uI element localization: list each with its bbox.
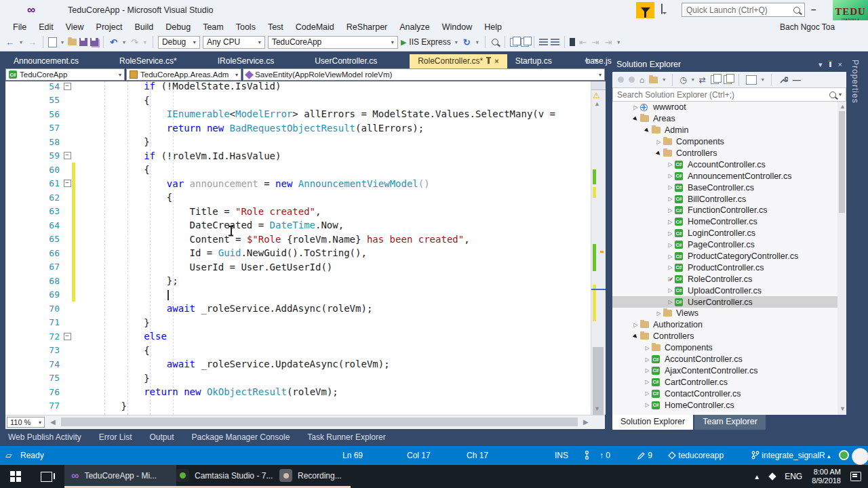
tree-item-homecontrollercs[interactable]: ▷C#HomeController.cs bbox=[612, 216, 846, 228]
decrease-indent-icon[interactable] bbox=[539, 39, 548, 46]
solution-platform-select[interactable]: Any CPU▾ bbox=[203, 36, 265, 49]
taskbar-app-recorder[interactable]: Recording... bbox=[273, 465, 351, 488]
menu-window[interactable]: Window bbox=[436, 21, 478, 33]
save-icon[interactable] bbox=[79, 38, 87, 46]
undo-dropdown[interactable]: ▾ bbox=[121, 39, 127, 45]
editor-zoom-select[interactable]: 110 %▾ bbox=[7, 417, 45, 428]
menu-edit[interactable]: Edit bbox=[33, 21, 60, 33]
navigate-forward-icon[interactable]: → bbox=[26, 37, 38, 47]
branch-indicator[interactable]: integrate_signalR ▴ bbox=[751, 451, 831, 460]
code-line-70[interactable]: 70 await _roleService.AddAsync(roleVm); bbox=[5, 302, 605, 316]
fold-collapse-icon[interactable]: – bbox=[62, 152, 72, 159]
doc-tab-iroleservicecs[interactable]: IRoleService.cs bbox=[210, 54, 282, 68]
tree-item-pagecontrollercs[interactable]: ▷C#PageController.cs bbox=[612, 239, 846, 251]
code-line-75[interactable]: 75 } bbox=[5, 371, 605, 386]
code-line-66[interactable]: 66 Id = Guid.NewGuid().ToString(), bbox=[5, 246, 605, 260]
tree-item-cartcontrollercs[interactable]: ▷C#CartController.cs bbox=[612, 376, 846, 388]
type-dropdown[interactable]: TeduCoreApp.Areas.Admin.Controllers.Role… bbox=[126, 68, 241, 81]
tree-item-functioncontrollercs[interactable]: ▷C#FunctionController.cs bbox=[612, 205, 846, 216]
taskbar-app-visual-studio[interactable]: ∞TeduCoreApp - Mi... bbox=[64, 465, 176, 488]
menu-view[interactable]: View bbox=[60, 21, 90, 33]
undo-icon[interactable]: ↶ bbox=[108, 37, 119, 47]
tree-vertical-scrollbar[interactable]: ▲ ▼ bbox=[837, 102, 846, 415]
taskbar-app-camtasia[interactable]: Camtasia Studio - 7... bbox=[170, 465, 285, 488]
tree-item-authorization[interactable]: ▷Authorization bbox=[612, 319, 846, 331]
tree-item-wwwroot[interactable]: ▷wwwroot bbox=[612, 102, 846, 113]
feedback-icon[interactable] bbox=[661, 4, 673, 15]
menu-debug[interactable]: Debug bbox=[159, 21, 197, 33]
expand-arrow-icon[interactable]: ▷ bbox=[666, 287, 675, 293]
tree-item-announcementcontrollercs[interactable]: ▷C#AnnouncementController.cs bbox=[612, 170, 846, 182]
clear-bookmarks-icon[interactable]: ⇥ bbox=[603, 37, 613, 47]
tree-item-basecontrollercs[interactable]: ▷C#BaseController.cs bbox=[612, 182, 846, 193]
open-containing-folder-icon[interactable] bbox=[510, 38, 518, 47]
menu-codemaid[interactable]: CodeMaid bbox=[290, 21, 340, 33]
code-line-60[interactable]: 60 { bbox=[5, 163, 605, 177]
code-line-62[interactable]: 62 { bbox=[5, 190, 605, 205]
startup-project-select[interactable]: TeduCoreApp▾ bbox=[268, 36, 398, 49]
menu-project[interactable]: Project bbox=[90, 21, 129, 33]
dropbox-icon[interactable] bbox=[768, 472, 776, 480]
splitter-handle[interactable] bbox=[591, 81, 606, 90]
fold-collapse-icon[interactable]: – bbox=[62, 333, 72, 340]
tree-item-uploadcontrollercs[interactable]: ▷C#UploadController.cs bbox=[612, 285, 846, 296]
redo-dropdown[interactable]: ▾ bbox=[142, 39, 148, 45]
code-line-77[interactable]: 77 } bbox=[5, 399, 605, 413]
expand-arrow-icon[interactable]: ▷ bbox=[666, 161, 675, 167]
navigate-back-dropdown[interactable]: ▾ bbox=[18, 39, 24, 45]
properties-wrench-icon[interactable] bbox=[778, 75, 788, 85]
scroll-up-icon[interactable]: ▲ bbox=[840, 103, 846, 110]
scroll-down-icon[interactable]: ▼ bbox=[594, 405, 600, 412]
expand-arrow-icon[interactable]: ▷ bbox=[643, 390, 652, 396]
tree-item-productcontrollercs[interactable]: ▷C#ProductController.cs bbox=[612, 262, 846, 273]
code-line-56[interactable]: 56 IEnumerable<ModelError> allErrors = M… bbox=[5, 107, 605, 121]
code-line-63[interactable]: 63 Title = "Role created", bbox=[5, 205, 605, 219]
code-line-72[interactable]: 72– else bbox=[5, 329, 605, 344]
tab-overflow-icons[interactable]: « ▾ bbox=[585, 56, 599, 65]
forward-icon[interactable] bbox=[629, 77, 635, 83]
expand-arrow-icon[interactable]: ▷ bbox=[666, 242, 675, 248]
expand-arrow-icon[interactable]: ▷ bbox=[666, 207, 675, 214]
code-line-54[interactable]: 54– if (!ModelState.IsValid) bbox=[5, 81, 605, 94]
fold-collapse-icon[interactable]: – bbox=[62, 83, 72, 90]
menu-analyze[interactable]: Analyze bbox=[393, 21, 435, 33]
tree-item-contactcontrollercs[interactable]: ▷C#ContactController.cs bbox=[612, 388, 846, 399]
code-line-69[interactable]: 69 bbox=[5, 288, 605, 302]
expand-arrow-icon[interactable]: ▷ bbox=[631, 104, 640, 110]
toolbar-options-dropdown[interactable]: ▾ bbox=[616, 39, 621, 45]
tree-item-usercontrollercs[interactable]: ▷C#UserController.cs bbox=[612, 296, 846, 308]
tree-item-rolecontrollercs[interactable]: ▷✓C#RoleController.cs bbox=[612, 273, 846, 285]
properties-pages-icon[interactable] bbox=[724, 75, 732, 84]
expand-arrow-icon[interactable]: ▷ bbox=[666, 299, 675, 305]
scroll-left-icon[interactable]: ◀ bbox=[50, 418, 56, 426]
refresh-icon[interactable]: ↻ bbox=[462, 37, 472, 47]
expand-arrow-icon[interactable]: ▷ bbox=[666, 253, 675, 260]
quick-launch-input[interactable]: Quick Launch (Ctrl+Q) bbox=[682, 3, 805, 17]
menu-tools[interactable]: Tools bbox=[230, 21, 262, 33]
code-line-59[interactable]: 59– if (!roleVm.Id.HasValue) bbox=[5, 149, 605, 163]
filter-dropdown[interactable]: ▾ bbox=[692, 77, 694, 83]
expand-arrow-icon[interactable]: ▷ bbox=[654, 139, 663, 145]
tree-item-admin[interactable]: ▶Admin bbox=[612, 125, 846, 136]
refresh-dropdown[interactable]: ▾ bbox=[475, 39, 480, 45]
tree-item-accountcontrollercs[interactable]: ▷C#AccountController.cs bbox=[612, 159, 846, 170]
code-line-71[interactable]: 71 } bbox=[5, 316, 605, 330]
expand-arrow-icon[interactable]: ▷ bbox=[666, 173, 675, 179]
bottom-tab-task-runner-explorer[interactable]: Task Runner Explorer bbox=[307, 432, 385, 446]
tree-item-controllers[interactable]: ▶Controllers bbox=[612, 331, 846, 342]
code-line-67[interactable]: 67 UserId = User.GetUserId() bbox=[5, 260, 605, 274]
bottom-tab-web-publish-activity[interactable]: Web Publish Activity bbox=[8, 432, 81, 446]
pending-changes-filter-icon[interactable]: ◷ bbox=[679, 75, 686, 85]
code-line-64[interactable]: 64 DateCreated = DateTime.Now, bbox=[5, 218, 605, 232]
menu-resharper[interactable]: ReSharper bbox=[340, 21, 393, 33]
language-indicator[interactable]: ENG bbox=[785, 472, 802, 481]
find-in-files-icon[interactable] bbox=[492, 39, 498, 45]
increase-indent-icon[interactable] bbox=[551, 39, 559, 46]
task-view-button[interactable] bbox=[31, 465, 61, 488]
expand-arrow-icon[interactable]: ▷ bbox=[654, 310, 663, 317]
code-line-74[interactable]: 74 await _roleService.UpdateAsync(roleVm… bbox=[5, 357, 605, 371]
code-line-76[interactable]: 76 return new OkObjectResult(roleVm); bbox=[5, 385, 605, 399]
start-button[interactable] bbox=[0, 465, 31, 488]
close-icon[interactable]: × bbox=[838, 60, 842, 68]
action-center-icon[interactable] bbox=[850, 472, 861, 481]
